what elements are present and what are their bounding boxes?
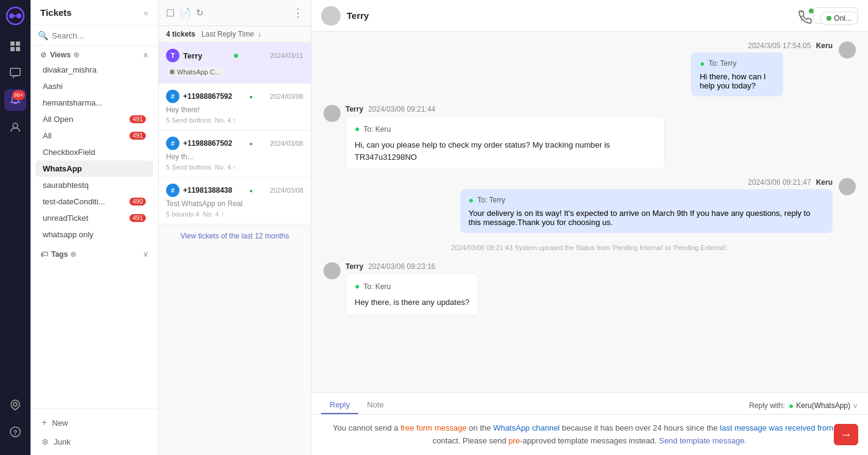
reply-channel-selector[interactable]: ● Keru(WhatsApp) ∨ [789, 401, 858, 410]
ticket-footer: 5 Send buttons No. 4 ↑ [166, 116, 303, 124]
ticket-avatar: # [166, 137, 179, 150]
view-more-link[interactable]: View tickets of the last 12 months [159, 224, 311, 248]
sidebar-item-whatsapp[interactable]: WhatsApp [35, 160, 153, 177]
views-add-icon[interactable]: ⊕ [73, 51, 79, 59]
svg-point-21 [327, 273, 337, 278]
ticket-item[interactable]: T Terry ● 2024/03/11 WhatsApp C... [159, 43, 311, 84]
sidebar-views-section: ⊘ Views ⊕ ∧ divakar_mishra Aashi hemants… [31, 46, 158, 408]
checkbox-icon[interactable]: ☐ [166, 7, 175, 19]
ticket-name: T Terry [166, 49, 203, 62]
red-arrow-indicator[interactable]: → [834, 424, 858, 445]
chat-messages: 2024/3/05 17:54:05 Keru ● To: Terry Hi t… [311, 32, 868, 392]
tag-label: WhatsApp C... [177, 68, 220, 76]
sidebar-item-test-date[interactable]: test-dateConditi... 490 [35, 193, 153, 210]
ticket-tag: WhatsApp C... [166, 65, 303, 77]
svg-text:?: ? [13, 429, 18, 436]
svg-rect-6 [10, 47, 15, 51]
tags-section-header[interactable]: 🏷 Tags ⊕ ∨ [35, 245, 153, 261]
sidebar-item-saurabh[interactable]: saurabhtestq [35, 177, 153, 193]
whatsapp-icon: ● [469, 195, 474, 205]
refresh-icon[interactable]: ↻ [196, 7, 204, 18]
notification-icon[interactable]: 99+ [4, 89, 26, 111]
tags-label: Tags [51, 250, 68, 259]
system-message: 2024/03/06 09:21:43 System upcated the S… [324, 242, 856, 254]
reply-warning: You cannot send a free form message on t… [311, 415, 868, 455]
views-section-header[interactable]: ⊘ Views ⊕ ∧ [35, 46, 153, 62]
svg-rect-4 [10, 41, 15, 46]
sidebar-item-unread[interactable]: unreadTicket 491 [35, 210, 153, 226]
ticket-items: T Terry ● 2024/03/11 WhatsApp C... [159, 43, 311, 455]
chat-contact-avatar [321, 6, 341, 26]
message-content: 2024/3/05 17:54:05 Keru ● To: Terry Hi t… [691, 41, 833, 96]
ticket-item-header: # +11988867592 ● 2024/03/08 [166, 90, 303, 103]
message-content: 2024/3/06 09:21:47 Keru ● To: Terry Your… [460, 178, 833, 233]
sidebar-item-label: hemantsharma... [43, 98, 146, 107]
message-text: Your delivery is on its way! It's expect… [469, 209, 811, 227]
online-status-badge[interactable]: Onl... [820, 12, 858, 25]
views-label: Views [50, 51, 71, 59]
search-input[interactable] [52, 31, 154, 40]
new-button[interactable]: + New [38, 415, 151, 431]
wa-header: ● To: Terry [469, 195, 824, 205]
ticket-item[interactable]: # +11981388438 ● 2024/03/08 Test WhatsAp… [159, 177, 311, 224]
online-indicator: ● [249, 140, 253, 147]
sidebar-item-hemant[interactable]: hemantsharma... [35, 95, 153, 111]
location-icon[interactable] [4, 394, 26, 416]
message-text: Hi, can you please help to check my orde… [355, 140, 610, 162]
sidebar-item-divakar[interactable]: divakar_mishra [35, 62, 153, 78]
whatsapp-icon: ● [233, 50, 239, 61]
views-icon: ⊘ [40, 51, 46, 59]
svg-point-20 [844, 182, 850, 188]
sort-label[interactable]: Last Reply Time [201, 30, 254, 38]
ticket-footer: 5 Send buttons No. 4 ↑ [166, 163, 303, 171]
ticket-item[interactable]: # +11988867592 ● 2024/03/08 Hey there! 5… [159, 84, 311, 131]
message-bubble: ● To: Keru Hi, can you please help to ch… [345, 116, 665, 170]
help-icon[interactable]: ? [4, 421, 26, 443]
note-tab[interactable]: Note [358, 396, 392, 414]
sidebar-item-all[interactable]: All 491 [35, 127, 153, 144]
svg-point-22 [329, 267, 335, 273]
all-open-badge: 491 [129, 115, 146, 123]
grid-icon[interactable] [4, 35, 26, 57]
warning-text: You cannot send a free form message on t… [333, 423, 846, 445]
wa-header: ● To: Terry [700, 59, 775, 68]
more-options-icon[interactable]: ⋮ [292, 6, 303, 20]
online-label: Onl... [834, 14, 852, 23]
sidebar-item-label: saurabhtestq [43, 181, 146, 190]
sort-arrow-icon[interactable]: ↓ [258, 30, 261, 38]
sidebar-item-whatsapp-only[interactable]: whatsapp only [35, 226, 153, 243]
svg-point-19 [842, 188, 852, 193]
svg-point-10 [13, 403, 17, 406]
contacts-icon[interactable] [4, 116, 26, 138]
reply-tab[interactable]: Reply [321, 396, 358, 414]
sidebar-item-all-open[interactable]: All Open 491 [35, 111, 153, 127]
all-badge: 491 [129, 132, 146, 140]
views-chevron-icon[interactable]: ∧ [143, 51, 148, 59]
wa-header: ● To: Keru [355, 280, 469, 293]
message-meta: 2024/3/06 09:21:47 Keru [460, 178, 833, 187]
message-meta: 2024/3/05 17:54:05 Keru [691, 41, 833, 50]
junk-button[interactable]: ⊗ Junk [38, 434, 151, 449]
sidebar-item-aashi[interactable]: Aashi [35, 78, 153, 95]
document-icon[interactable]: 📄 [179, 7, 191, 18]
message-text: Hey there, is there any updates? [355, 298, 469, 307]
highlight-free: free form message [400, 423, 466, 432]
message-row-outgoing: 2024/3/05 17:54:05 Keru ● To: Terry Hi t… [324, 41, 856, 96]
whatsapp-icon: ● [355, 123, 360, 135]
ticket-date: 2024/03/08 [270, 187, 303, 194]
app-logo[interactable] [5, 6, 25, 26]
tags-add-icon[interactable]: ⊕ [70, 250, 76, 259]
tags-chevron-icon[interactable]: ∨ [143, 250, 148, 259]
whatsapp-channel-icon: ● [789, 401, 794, 410]
phone-button[interactable] [798, 10, 812, 26]
sidebar-item-checkbox[interactable]: CheckboxField [35, 144, 153, 160]
sender-avatar [324, 262, 341, 279]
send-template-link[interactable]: Send template message. [659, 436, 747, 445]
ticket-item[interactable]: # +11988867502 ● 2024/03/08 Hey th... 5 … [159, 131, 311, 177]
chat-icon[interactable] [4, 62, 26, 84]
sender-avatar [839, 178, 856, 195]
sidebar-item-label: Aashi [43, 82, 146, 91]
wa-to: To: Terry [709, 59, 737, 68]
message-timestamp: 2024/3/06 09:21:47 [748, 178, 811, 187]
sidebar-collapse-icon[interactable]: « [143, 8, 148, 18]
